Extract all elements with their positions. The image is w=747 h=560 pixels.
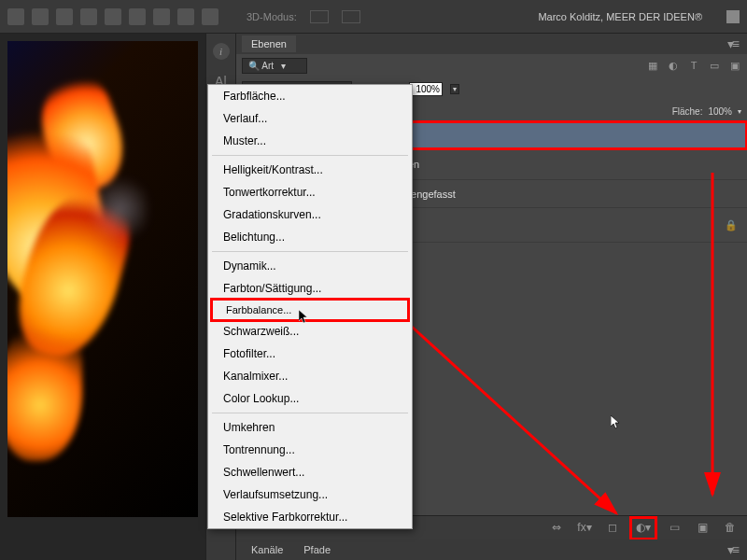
layer-fx-icon[interactable]: fx▾ <box>577 521 592 536</box>
delete-layer-icon[interactable]: 🗑 <box>723 521 738 536</box>
new-group-icon[interactable]: ▭ <box>667 521 682 536</box>
tool-option-icon[interactable] <box>56 8 73 25</box>
tool-option-icon[interactable] <box>105 8 121 25</box>
mode-3d-box[interactable] <box>342 10 360 23</box>
menu-item-levels[interactable]: Tonwertkorrektur... <box>208 181 412 203</box>
user-label: Marco Kolditz, MEER DER IDEEN® <box>538 11 712 22</box>
adjustment-context-menu: Farbfläche... Verlauf... Muster... Helli… <box>207 84 413 529</box>
menu-item-curves[interactable]: Gradationskurven... <box>208 203 412 226</box>
filter-type-icon[interactable]: T <box>687 60 700 73</box>
opacity-input[interactable]: 100% <box>409 82 443 96</box>
menu-item-pattern[interactable]: Muster... <box>208 130 412 152</box>
menu-item-invert[interactable]: Umkehren <box>208 416 412 439</box>
tool-options-icons <box>7 8 218 25</box>
layer-filter-select[interactable]: 🔍 Art ▾ <box>242 58 307 74</box>
paths-tab[interactable]: Pfade <box>294 542 340 557</box>
menu-item-posterize[interactable]: Tontrennung... <box>208 439 412 461</box>
tool-option-icon[interactable] <box>177 8 194 25</box>
fill-label: Fläche: <box>672 106 703 117</box>
info-panel-icon[interactable]: i <box>213 43 230 60</box>
menu-item-hue-sat[interactable]: Farbton/Sättigung... <box>208 277 412 300</box>
menu-item-threshold[interactable]: Schwellenwert... <box>208 461 412 483</box>
tool-option-icon[interactable] <box>32 8 49 25</box>
opacity-dropdown[interactable]: ▾ <box>450 84 459 94</box>
workspace-icon[interactable] <box>726 10 740 23</box>
mode-3d-box[interactable] <box>310 10 329 23</box>
menu-item-exposure[interactable]: Belichtung... <box>208 226 412 248</box>
filter-smart-icon[interactable]: ▣ <box>728 60 741 73</box>
tool-option-icon[interactable] <box>153 8 170 25</box>
menu-item-gradient[interactable]: Verlauf... <box>208 107 412 130</box>
adjustment-circle-icon: ◐▾ <box>636 521 651 536</box>
filter-pixel-icon[interactable]: ▦ <box>646 60 659 73</box>
cursor-icon <box>299 310 310 325</box>
canvas-area[interactable] <box>0 34 205 560</box>
tool-option-icon[interactable] <box>80 8 97 25</box>
menu-item-vibrance[interactable]: Dynamik... <box>208 255 412 277</box>
menu-item-gradmap[interactable]: Verlaufsumsetzung... <box>208 483 412 506</box>
filter-shape-icon[interactable]: ▭ <box>708 60 721 73</box>
layer-mask-icon[interactable]: ◻ <box>605 521 620 536</box>
mode-3d-label: 3D-Modus: <box>247 11 297 22</box>
menu-item-colorlookup[interactable]: Color Lookup... <box>208 387 412 410</box>
menu-item-bw[interactable]: Schwarzweiß... <box>208 320 412 343</box>
new-layer-icon[interactable]: ▣ <box>695 521 710 536</box>
filter-adjust-icon[interactable]: ◐ <box>667 60 680 73</box>
menu-item-photofilter[interactable]: Fotofilter... <box>208 343 412 365</box>
menu-item-color-balance[interactable]: Farbbalance... <box>210 298 410 322</box>
cursor-icon <box>611 415 622 430</box>
panel-menu-icon[interactable]: ▾≡ <box>727 36 741 51</box>
link-layers-icon[interactable]: ⇔ <box>549 521 564 536</box>
layers-tab[interactable]: Ebenen <box>242 35 296 52</box>
options-bar: 3D-Modus: Marco Kolditz, MEER DER IDEEN® <box>0 0 747 34</box>
lock-icon: 🔒 <box>725 219 738 231</box>
canvas[interactable] <box>7 41 198 517</box>
channels-tab[interactable]: Kanäle <box>242 542 292 557</box>
menu-item-channelmixer[interactable]: Kanalmixer... <box>208 365 412 387</box>
menu-item-solid-color[interactable]: Farbfläche... <box>208 85 412 107</box>
menu-item-brightness[interactable]: Helligkeit/Kontrast... <box>208 159 412 181</box>
tool-option-icon[interactable] <box>7 8 24 25</box>
menu-item-selective[interactable]: Selektive Farbkorrektur... <box>208 506 412 528</box>
panel-menu-icon[interactable]: ▾≡ <box>727 542 741 557</box>
tool-option-icon[interactable] <box>202 8 218 25</box>
new-adjustment-layer-button[interactable]: ◐▾ <box>629 516 657 540</box>
tool-option-icon[interactable] <box>129 8 146 25</box>
fill-value[interactable]: 100% <box>708 106 732 117</box>
